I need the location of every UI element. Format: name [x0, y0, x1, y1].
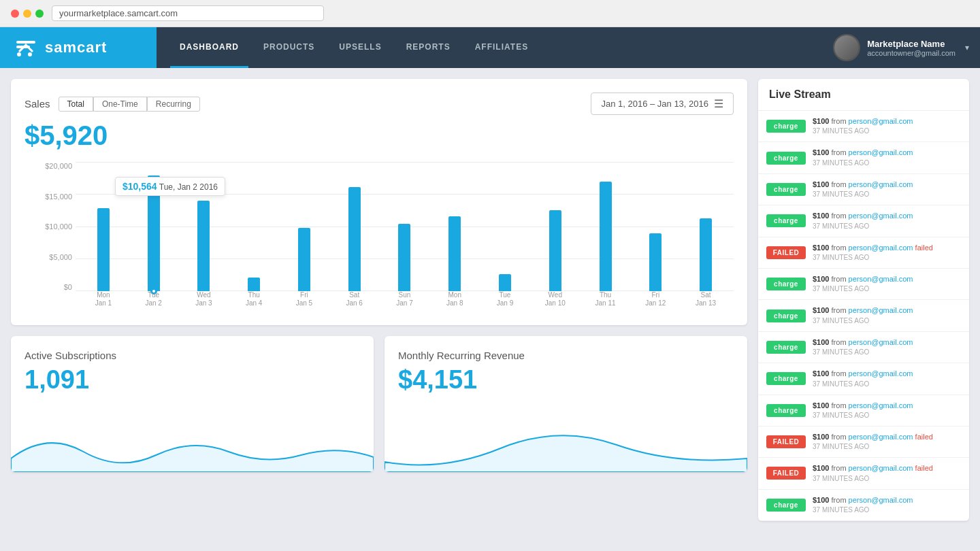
list-item: FAILED$100 from person@gmail.com failed3…: [758, 458, 969, 489]
nav-item-upsells[interactable]: UPSELLS: [329, 27, 391, 68]
active-subscriptions-card: Active Subscriptions 1,091: [11, 336, 374, 472]
live-stream-header: Live Stream: [758, 79, 969, 111]
tab-one-time[interactable]: One-Time: [93, 97, 147, 112]
bar-12[interactable]: [700, 218, 712, 291]
bar-8[interactable]: [499, 274, 511, 292]
url-bar[interactable]: yourmarketplace.samcart.com: [52, 5, 324, 21]
sales-card: Sales Total One-Time Recurring Jan 1, 20…: [11, 79, 747, 325]
list-item: charge$100 from person@gmail.com37 MINUT…: [758, 205, 969, 237]
sales-amount: $5,920: [24, 120, 734, 151]
live-stream-item-text: $100 from person@gmail.com37 MINUTES AGO: [813, 337, 913, 357]
x-label-1: TueJan 2: [129, 291, 179, 307]
status-badge: FAILED: [766, 467, 806, 480]
browser-chrome: yourmarketplace.samcart.com: [0, 0, 980, 27]
mrr-value: $4,151: [398, 365, 734, 395]
tab-total[interactable]: Total: [59, 97, 93, 112]
x-label-8: TueJan 9: [480, 291, 530, 307]
minimize-dot[interactable]: [23, 10, 31, 18]
list-item: charge$100 from person@gmail.com37 MINUT…: [758, 269, 969, 300]
close-dot[interactable]: [11, 10, 19, 18]
status-badge: charge: [766, 499, 806, 512]
bar-11[interactable]: [649, 233, 662, 291]
x-label-10: ThuJan 11: [581, 291, 631, 307]
status-badge: charge: [766, 372, 806, 385]
live-stream-item-text: $100 from person@gmail.com failed37 MINU…: [813, 463, 933, 483]
status-badge: charge: [766, 183, 806, 196]
bar-group-0: [78, 208, 129, 291]
list-item: charge$100 from person@gmail.com37 MINUT…: [758, 174, 969, 205]
x-label-0: MonJan 1: [78, 291, 129, 307]
bar-group-10: [581, 182, 631, 292]
bar-group-2: [179, 201, 229, 291]
date-range-button[interactable]: Jan 1, 2016 – Jan 13, 2016 ☰: [591, 93, 734, 115]
bar-5[interactable]: [348, 187, 361, 291]
y-label-15k: $15,000: [24, 193, 72, 201]
x-label-7: MonJan 8: [429, 291, 480, 307]
live-stream-panel: Live Stream charge$100 from person@gmail…: [758, 79, 969, 521]
y-label-5k: $5,000: [24, 253, 72, 261]
svg-rect-0: [16, 41, 35, 44]
tooltip-amount: $10,564: [122, 181, 157, 192]
nav-item-products[interactable]: PRODUCTS: [254, 27, 324, 68]
status-badge: charge: [766, 341, 806, 354]
brand-name: samcart: [45, 39, 107, 56]
bar-0[interactable]: [97, 208, 110, 291]
list-item: charge$100 from person@gmail.com37 MINUT…: [758, 332, 969, 363]
chart-yaxis: $20,000 $15,000 $10,000 $5,000 $0: [24, 162, 72, 291]
sales-label: Sales: [24, 98, 50, 110]
subscriptions-wave: [11, 418, 374, 472]
tab-recurring[interactable]: Recurring: [147, 97, 200, 112]
chart-area: $10,564 Tue, Jan 2 2016 MonJan 1TueJan 2…: [76, 162, 734, 312]
live-stream-item-text: $100 from person@gmail.com37 MINUTES AGO: [813, 211, 913, 231]
x-label-6: SunJan 7: [380, 291, 430, 307]
bar-group-4: [279, 228, 329, 292]
x-label-4: FriJan 5: [279, 291, 329, 307]
nav-item-dashboard[interactable]: DASHBOARD: [170, 27, 248, 68]
nav-item-affiliates[interactable]: AFFILIATES: [466, 27, 538, 68]
bar-2[interactable]: [197, 201, 210, 291]
bar-7[interactable]: [448, 216, 461, 292]
x-label-3: ThuJan 4: [229, 291, 279, 307]
status-badge: charge: [766, 278, 806, 290]
dashboard-content: Sales Total One-Time Recurring Jan 1, 20…: [11, 79, 747, 551]
x-label-5: SatJan 6: [329, 291, 380, 307]
nav-item-reports[interactable]: REPORTS: [397, 27, 460, 68]
bar-3[interactable]: [248, 278, 260, 291]
live-stream-item-text: $100 from person@gmail.com failed37 MINU…: [813, 432, 933, 452]
status-badge: charge: [766, 152, 806, 165]
status-badge: FAILED: [766, 246, 806, 259]
bar-9[interactable]: [549, 210, 561, 291]
tooltip-date: Tue, Jan 2 2016: [159, 182, 218, 192]
bar-6[interactable]: [398, 224, 410, 291]
samcart-logo-icon: [14, 35, 38, 60]
list-item: charge$100 from person@gmail.com37 MINUT…: [758, 363, 969, 395]
live-stream-item-text: $100 from person@gmail.com37 MINUTES AGO: [813, 180, 913, 199]
status-badge: charge: [766, 120, 806, 133]
nav-brand[interactable]: samcart: [0, 27, 157, 68]
sales-title-row: Sales Total One-Time Recurring: [24, 97, 200, 112]
bar-10[interactable]: [600, 182, 612, 292]
live-stream-item-text: $100 from person@gmail.com failed37 MINU…: [813, 243, 933, 263]
status-badge: FAILED: [766, 435, 806, 448]
nav-user[interactable]: Marketplace Name accountowner@gmail.com …: [822, 34, 980, 61]
nav-items: DASHBOARD PRODUCTS UPSELLS REPORTS AFFIL…: [157, 27, 822, 68]
user-info: Marketplace Name accountowner@gmail.com: [867, 39, 956, 57]
calendar-icon: ☰: [714, 97, 723, 110]
maximize-dot[interactable]: [35, 10, 44, 18]
bar-group-6: [380, 224, 430, 291]
status-badge: charge: [766, 214, 806, 227]
list-item: FAILED$100 from person@gmail.com failed3…: [758, 237, 969, 269]
list-item: charge$100 from person@gmail.com37 MINUT…: [758, 142, 969, 173]
bar-group-7: [429, 216, 480, 292]
bar-group-9: [530, 210, 581, 291]
mrr-wave: [385, 418, 747, 472]
bar-4[interactable]: [298, 228, 310, 292]
x-label-11: FriJan 12: [630, 291, 681, 307]
bar-group-12: [681, 218, 731, 291]
list-item: charge$100 from person@gmail.com37 MINUT…: [758, 111, 969, 142]
monthly-recurring-card: Monthly Recurring Revenue $4,151: [385, 336, 747, 472]
svg-point-3: [28, 52, 32, 56]
x-label-9: WedJan 10: [530, 291, 581, 307]
bar-group-3: [229, 278, 279, 291]
chart-xlabels: MonJan 1TueJan 2WedJan 3ThuJan 4FriJan 5…: [76, 291, 734, 312]
